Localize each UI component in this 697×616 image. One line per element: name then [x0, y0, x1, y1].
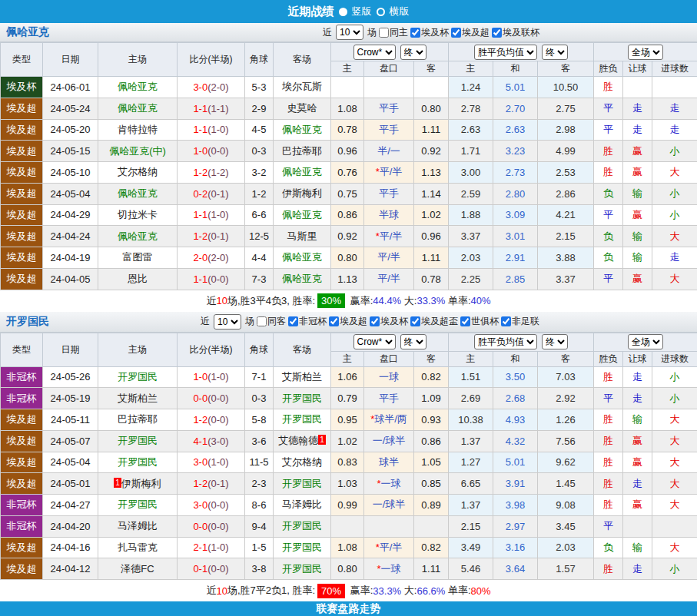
home-team-cell: 泽德FC — [98, 558, 178, 580]
team-link[interactable]: 佩哈亚克 — [282, 124, 322, 135]
league-1-filter[interactable]: 埃及超 — [451, 26, 490, 39]
odds-time-select[interactable]: 终 — [400, 45, 426, 60]
match-count-select[interactable]: 10 — [336, 25, 363, 40]
home-team-cell: 佩哈亚克(中) — [98, 141, 178, 162]
match-type-badge: 埃及超 — [1, 473, 42, 494]
bottom-bar[interactable]: 联赛盘路走势 — [0, 601, 697, 616]
team-link[interactable]: 佩哈亚克(中) — [109, 145, 166, 157]
avg-odds-select[interactable]: 胜平负均值 — [474, 334, 537, 349]
corner-score: 8-6 — [245, 495, 274, 516]
team-link[interactable]: 泽德FC — [121, 563, 154, 575]
league-3-filter[interactable]: 埃及超盃 — [410, 315, 458, 328]
league-2-filter[interactable]: 埃及联杯 — [492, 26, 539, 39]
league-2-checkbox[interactable] — [492, 28, 502, 38]
league-0-checkbox[interactable] — [288, 316, 298, 326]
avg-away-odds: 2.92 — [538, 388, 594, 409]
team-link[interactable]: 开罗国民 — [118, 498, 158, 510]
team-link[interactable]: 佩哈亚克 — [282, 251, 322, 263]
team-link[interactable]: 埃尔瓦斯 — [282, 81, 322, 92]
team-link[interactable]: 史莫哈 — [287, 102, 317, 114]
team-link[interactable]: 恩比 — [128, 273, 148, 284]
team-link[interactable]: 伊斯梅利 — [121, 478, 161, 489]
avg-time-select[interactable]: 终 — [542, 45, 568, 60]
match-count-select[interactable]: 10 — [214, 314, 241, 330]
avg-home-odds: 6.65 — [449, 473, 493, 495]
team-link[interactable]: 佩哈亚克 — [118, 187, 158, 199]
vertical-layout-label[interactable]: 竖版 — [352, 5, 372, 18]
team-link[interactable]: 开罗国民 — [118, 456, 158, 468]
league-1-checkbox[interactable] — [329, 316, 339, 326]
same-venue-checkbox[interactable] — [257, 316, 267, 326]
team-link[interactable]: 佩哈亚克 — [282, 273, 322, 284]
team-link[interactable]: 巴拉蒂耶 — [118, 413, 158, 425]
vertical-layout-radio[interactable] — [339, 8, 347, 16]
team-link[interactable]: 艾斯柏兰 — [282, 371, 322, 383]
match-type-cell: 埃及超 — [1, 452, 43, 473]
same-venue-filter[interactable]: 同主 — [379, 26, 408, 39]
team-link[interactable]: 开罗国民 — [282, 541, 322, 553]
result-handicap-value: 赢 — [632, 435, 642, 446]
team-link[interactable]: 艾德翰德 — [278, 435, 318, 446]
corner-score: 3-2 — [245, 162, 274, 184]
league-2-filter[interactable]: 埃及杯 — [370, 315, 408, 328]
team-link[interactable]: 切拉米卡 — [118, 209, 158, 220]
team-link[interactable]: 开罗国民 — [118, 371, 158, 383]
team-link[interactable]: 伊斯梅利 — [282, 187, 322, 199]
league-4-checkbox[interactable] — [460, 316, 470, 326]
fulltime-select[interactable]: 全场 — [628, 45, 663, 60]
team-link[interactable]: 佩哈亚克 — [118, 230, 158, 242]
team-link[interactable]: 艾尔格纳 — [118, 166, 158, 177]
team-link[interactable]: 艾尔格纳 — [282, 456, 322, 468]
league-0-filter[interactable]: 非冠杯 — [288, 315, 327, 328]
team-link[interactable]: 艾斯柏兰 — [118, 392, 158, 404]
avg-odds-select[interactable]: 胜平负均值 — [474, 45, 537, 60]
home-team-cell: 肯特拉特 — [98, 119, 178, 141]
corner-score: 2-9 — [245, 98, 274, 119]
team-link[interactable]: 佩哈亚克 — [282, 166, 322, 177]
home-team-title[interactable]: 佩哈亚克 — [0, 25, 49, 39]
home-odds — [331, 77, 364, 98]
team-link[interactable]: 富图雷 — [123, 251, 153, 263]
team-link[interactable]: 开罗国民 — [282, 413, 322, 425]
league-3-checkbox[interactable] — [410, 316, 420, 326]
avg-time-select[interactable]: 终 — [542, 334, 568, 349]
team-link[interactable]: 马泽姆比 — [118, 520, 158, 532]
league-2-checkbox[interactable] — [370, 316, 380, 326]
team-link[interactable]: 扎马雷克 — [118, 541, 158, 553]
league-1-filter[interactable]: 埃及超 — [329, 315, 367, 328]
fulltime-select[interactable]: 全场 — [628, 334, 663, 349]
team-link[interactable]: 马泽姆比 — [282, 498, 322, 510]
league-4-filter[interactable]: 世俱杯 — [460, 315, 499, 328]
team-link[interactable]: 佩哈亚克 — [282, 209, 322, 220]
league-1-checkbox[interactable] — [451, 28, 461, 38]
odds-company-select[interactable]: Crow* — [353, 45, 396, 60]
avg-home-odds: 1.71 — [449, 141, 493, 162]
team-link[interactable]: 肯特拉特 — [118, 124, 158, 135]
league-5-checkbox[interactable] — [501, 316, 511, 326]
team-link[interactable]: 开罗国民 — [282, 478, 322, 489]
away-team-title[interactable]: 开罗国民 — [0, 315, 49, 329]
same-venue-checkbox[interactable] — [379, 28, 389, 38]
avg-value: 3.23 — [506, 145, 525, 157]
team-link[interactable]: 开罗国民 — [118, 435, 158, 446]
odds-time-select[interactable]: 终 — [400, 334, 426, 349]
league-trend-link[interactable]: 联赛盘路走势 — [317, 602, 381, 616]
odds-company-select[interactable]: Crow* — [353, 334, 396, 349]
result-goals: 小 — [652, 388, 697, 409]
league-0-filter[interactable]: 埃及杯 — [410, 26, 449, 39]
handicap-cell — [364, 515, 414, 537]
team-link[interactable]: 佩哈亚克 — [118, 81, 158, 92]
team-link[interactable]: 佩哈亚克 — [118, 102, 158, 114]
halftime-score: (0-1) — [207, 230, 228, 242]
league-5-filter[interactable]: 非足联 — [501, 315, 539, 328]
team-link[interactable]: 巴拉蒂耶 — [282, 145, 322, 157]
same-venue-filter[interactable]: 同客 — [257, 315, 286, 328]
team-link[interactable]: 开罗国民 — [282, 520, 322, 532]
team-link[interactable]: 开罗国民 — [282, 563, 322, 575]
horizontal-layout-label[interactable]: 横版 — [390, 5, 410, 18]
league-0-checkbox[interactable] — [410, 28, 420, 38]
horizontal-layout-radio[interactable] — [377, 8, 385, 16]
handicap-value: 平手 — [379, 124, 399, 135]
team-link[interactable]: 开罗国民 — [282, 392, 322, 404]
team-link[interactable]: 马斯里 — [287, 230, 317, 242]
